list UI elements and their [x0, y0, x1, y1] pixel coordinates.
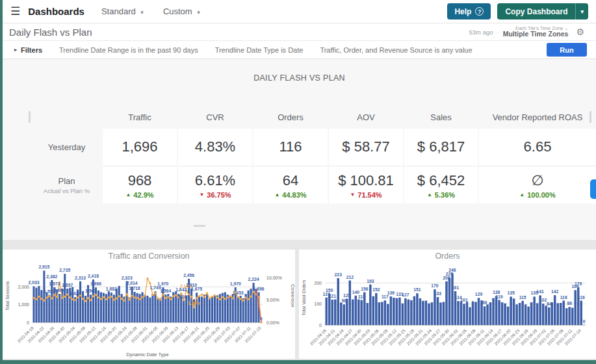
- svg-text:3.38%: 3.38%: [188, 301, 200, 306]
- chevron-down-icon: ▾: [197, 9, 200, 16]
- daily-flash-tile: DAILY FLASH VS PLAN TrafficCVROrdersAOVS…: [3, 59, 596, 240]
- svg-text:1,564: 1,564: [160, 289, 171, 294]
- kpi-column-header: Sales: [404, 107, 478, 127]
- svg-text:151: 151: [413, 287, 421, 292]
- bottom-scroll-hint[interactable]: [194, 225, 205, 227]
- kpi-cell: 64▲44.83%: [253, 167, 328, 203]
- svg-text:212: 212: [346, 275, 354, 280]
- window-frame-left: [0, 0, 3, 364]
- copy-dashboard-caret[interactable]: ▾: [575, 3, 588, 20]
- orders-tile: Orders 0100200Total Valid Orders13115012…: [299, 250, 596, 359]
- left-scroll-hint[interactable]: [29, 111, 31, 123]
- menu-custom[interactable]: Custom ▾: [163, 6, 200, 16]
- svg-text:10.00%: 10.00%: [266, 276, 282, 280]
- down-triangle-icon: ▼: [350, 192, 355, 198]
- kpi-cell: 116: [253, 129, 328, 165]
- copy-dashboard-button[interactable]: Copy Dashboard ▾: [497, 3, 588, 20]
- svg-text:98: 98: [342, 298, 347, 303]
- menu-icon[interactable]: ☰: [10, 5, 20, 18]
- up-triangle-icon: ▲: [274, 192, 279, 198]
- svg-text:89: 89: [482, 300, 487, 305]
- dashboard-title-bar: Daily Flash vs Plan 53m ago · Each Tile'…: [0, 23, 596, 41]
- menu-standard[interactable]: Standard ▾: [101, 6, 144, 16]
- svg-text:Total Valid Orders: Total Valid Orders: [302, 280, 306, 316]
- filters-toggle[interactable]: ▸ Filters: [14, 46, 42, 54]
- svg-text:5.00%: 5.00%: [266, 298, 279, 302]
- svg-text:133: 133: [434, 291, 442, 296]
- filter-summary[interactable]: Trendline Date Range is in the past 90 d…: [59, 46, 198, 54]
- kpi-corner: [32, 107, 101, 127]
- kpi-row-label: Yesterday: [32, 129, 101, 165]
- right-scroll-hint[interactable]: [590, 111, 591, 123]
- last-run-timestamp: 53m ago: [469, 29, 493, 36]
- svg-text:102: 102: [539, 298, 547, 302]
- svg-text:117: 117: [382, 294, 389, 299]
- svg-text:125: 125: [343, 293, 351, 298]
- timezone-selector[interactable]: Each Tile's Time Zone ⌄ Multiple Time Zo…: [503, 26, 569, 38]
- run-button[interactable]: Run: [547, 43, 587, 57]
- window-frame-bottom: [0, 360, 596, 364]
- svg-text:2,014: 2,014: [127, 281, 138, 286]
- charts-row: Traffic and Conversion 01,0002,000Total …: [3, 250, 596, 359]
- chevron-down-icon: ▾: [580, 8, 584, 15]
- kpi-cell: 4.83%: [178, 129, 252, 165]
- svg-text:1,970: 1,970: [157, 281, 168, 287]
- up-triangle-icon: ▲: [125, 192, 131, 198]
- orders-chart: 0100200Total Valid Orders131150121223981…: [299, 263, 596, 359]
- kpi-cell: $ 6,452▲5.36%: [404, 167, 478, 203]
- kpi-delta-up: ▲44.83%: [274, 191, 306, 199]
- kpi-column-header: Traffic: [103, 107, 177, 127]
- svg-text:2,224: 2,224: [248, 277, 259, 282]
- svg-text:2,456: 2,456: [183, 273, 194, 278]
- svg-text:0: 0: [260, 317, 263, 321]
- app-title: Dashboards: [28, 6, 84, 17]
- traffic-chart-title: Traffic and Conversion: [3, 252, 295, 263]
- kpi-grid: TrafficCVROrdersAOVSalesVendor Reported …: [32, 107, 588, 203]
- kpi-cell: 6.65: [479, 129, 596, 165]
- svg-text:1,423: 1,423: [70, 291, 81, 296]
- dashboard-body: DAILY FLASH VS PLAN TrafficCVROrdersAOVS…: [0, 59, 596, 363]
- svg-text:1,553: 1,553: [44, 289, 55, 294]
- down-triangle-icon: ▼: [199, 192, 204, 198]
- svg-text:141: 141: [536, 289, 544, 294]
- svg-text:119: 119: [496, 294, 503, 299]
- kpi-cell: 968▲42.9%: [103, 167, 177, 203]
- kpi-delta-up: ▲42.9%: [125, 191, 153, 199]
- svg-text:1,563: 1,563: [85, 289, 96, 294]
- svg-text:2,382: 2,382: [46, 274, 57, 280]
- svg-text:127: 127: [402, 292, 409, 297]
- up-triangle-icon: ▲: [519, 192, 525, 198]
- kpi-column-header: CVR: [178, 107, 252, 127]
- disclosure-triangle-icon: ▸: [14, 47, 17, 53]
- svg-text:161: 161: [452, 285, 460, 290]
- svg-text:135: 135: [507, 291, 515, 295]
- svg-text:152: 152: [372, 287, 380, 292]
- svg-text:119: 119: [358, 294, 365, 299]
- kpi-column-header: Orders: [253, 107, 328, 127]
- help-button[interactable]: Help ?: [447, 3, 491, 20]
- svg-text:1,749: 1,749: [149, 285, 161, 291]
- svg-text:2,000: 2,000: [18, 285, 29, 289]
- svg-text:193: 193: [367, 279, 374, 283]
- kpi-cell: $ 6,817: [404, 129, 478, 165]
- svg-text:1,000: 1,000: [18, 302, 29, 307]
- svg-text:2,735: 2,735: [59, 268, 70, 273]
- svg-text:1,897: 1,897: [62, 283, 73, 288]
- kpi-delta-down: ▼71.54%: [350, 191, 382, 199]
- page-title: Daily Flash vs Plan: [9, 27, 92, 38]
- traffic-conversion-tile: Traffic and Conversion 01,0002,000Total …: [3, 250, 295, 359]
- svg-text:1,604: 1,604: [54, 288, 65, 293]
- svg-text:170: 170: [431, 283, 439, 288]
- filters-toggle-label: Filters: [21, 46, 42, 54]
- kpi-cell: ∅▲100.00%: [479, 167, 596, 203]
- svg-text:2,033: 2,033: [28, 280, 39, 285]
- separator: ·: [497, 29, 499, 36]
- svg-text:115: 115: [519, 295, 526, 300]
- help-button-label: Help: [454, 7, 471, 16]
- kpi-cell: $ 58.77: [329, 129, 403, 165]
- svg-text:1,453: 1,453: [233, 291, 244, 296]
- gear-icon[interactable]: ⚙: [576, 27, 584, 37]
- horizontal-scroll-pill[interactable]: [590, 179, 596, 199]
- filter-summary[interactable]: Trendline Date Type is Date: [215, 46, 304, 54]
- filter-summary[interactable]: Traffic, Order, and Revenue Source is an…: [320, 46, 472, 54]
